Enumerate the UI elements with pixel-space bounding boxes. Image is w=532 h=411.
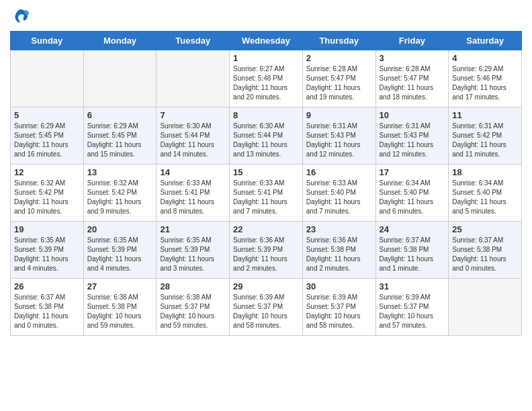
calendar-cell: 4Sunrise: 6:29 AM Sunset: 5:46 PM Daylig… bbox=[449, 50, 522, 107]
day-info: Sunrise: 6:37 AM Sunset: 5:38 PM Dayligh… bbox=[452, 236, 518, 273]
day-number: 8 bbox=[233, 110, 299, 120]
day-info: Sunrise: 6:36 AM Sunset: 5:38 PM Dayligh… bbox=[306, 236, 372, 273]
day-info: Sunrise: 6:28 AM Sunset: 5:47 PM Dayligh… bbox=[380, 64, 445, 102]
calendar-cell: 25Sunrise: 6:37 AM Sunset: 5:38 PM Dayli… bbox=[449, 222, 522, 279]
day-info: Sunrise: 6:31 AM Sunset: 5:43 PM Dayligh… bbox=[306, 122, 372, 159]
calendar-cell: 28Sunrise: 6:38 AM Sunset: 5:37 PM Dayli… bbox=[157, 279, 230, 336]
day-info: Sunrise: 6:28 AM Sunset: 5:47 PM Dayligh… bbox=[306, 64, 372, 102]
day-info: Sunrise: 6:39 AM Sunset: 5:37 PM Dayligh… bbox=[233, 293, 299, 330]
day-number: 30 bbox=[306, 281, 372, 291]
day-number: 7 bbox=[160, 110, 226, 120]
day-info: Sunrise: 6:30 AM Sunset: 5:44 PM Dayligh… bbox=[233, 122, 299, 159]
calendar-cell bbox=[157, 50, 230, 107]
calendar-cell: 13Sunrise: 6:32 AM Sunset: 5:42 PM Dayli… bbox=[83, 165, 157, 222]
day-number: 9 bbox=[306, 110, 372, 120]
day-info: Sunrise: 6:33 AM Sunset: 5:41 PM Dayligh… bbox=[233, 179, 299, 216]
calendar-cell: 20Sunrise: 6:35 AM Sunset: 5:39 PM Dayli… bbox=[83, 222, 157, 279]
day-header-sunday: Sunday bbox=[11, 32, 84, 50]
day-number: 14 bbox=[160, 167, 226, 177]
day-info: Sunrise: 6:35 AM Sunset: 5:39 PM Dayligh… bbox=[160, 236, 226, 273]
calendar-cell bbox=[449, 279, 522, 336]
calendar-cell: 29Sunrise: 6:39 AM Sunset: 5:37 PM Dayli… bbox=[230, 279, 303, 336]
calendar-cell: 3Sunrise: 6:28 AM Sunset: 5:47 PM Daylig… bbox=[375, 50, 449, 107]
calendar-cell: 31Sunrise: 6:39 AM Sunset: 5:37 PM Dayli… bbox=[375, 279, 449, 336]
day-info: Sunrise: 6:29 AM Sunset: 5:45 PM Dayligh… bbox=[14, 122, 80, 159]
day-info: Sunrise: 6:37 AM Sunset: 5:38 PM Dayligh… bbox=[14, 293, 80, 330]
calendar-cell bbox=[83, 50, 157, 107]
day-header-tuesday: Tuesday bbox=[157, 32, 230, 50]
day-header-thursday: Thursday bbox=[302, 32, 375, 50]
day-info: Sunrise: 6:36 AM Sunset: 5:39 PM Dayligh… bbox=[233, 236, 299, 273]
calendar-cell: 2Sunrise: 6:28 AM Sunset: 5:47 PM Daylig… bbox=[302, 50, 375, 107]
logo-bird-icon bbox=[11, 7, 30, 26]
day-info: Sunrise: 6:32 AM Sunset: 5:42 PM Dayligh… bbox=[87, 179, 153, 216]
day-number: 21 bbox=[160, 224, 226, 234]
day-number: 25 bbox=[452, 224, 518, 234]
calendar-cell: 6Sunrise: 6:29 AM Sunset: 5:45 PM Daylig… bbox=[83, 107, 157, 165]
day-info: Sunrise: 6:39 AM Sunset: 5:37 PM Dayligh… bbox=[380, 293, 445, 330]
day-info: Sunrise: 6:33 AM Sunset: 5:41 PM Dayligh… bbox=[160, 179, 226, 216]
day-info: Sunrise: 6:34 AM Sunset: 5:40 PM Dayligh… bbox=[380, 179, 445, 216]
day-info: Sunrise: 6:32 AM Sunset: 5:42 PM Dayligh… bbox=[14, 179, 80, 216]
day-number: 20 bbox=[87, 224, 153, 234]
calendar-cell: 9Sunrise: 6:31 AM Sunset: 5:43 PM Daylig… bbox=[302, 107, 375, 165]
day-number: 11 bbox=[452, 110, 518, 120]
calendar-cell: 7Sunrise: 6:30 AM Sunset: 5:44 PM Daylig… bbox=[157, 107, 230, 165]
day-number: 12 bbox=[14, 167, 80, 177]
day-info: Sunrise: 6:39 AM Sunset: 5:37 PM Dayligh… bbox=[306, 293, 372, 330]
day-info: Sunrise: 6:27 AM Sunset: 5:48 PM Dayligh… bbox=[233, 64, 299, 102]
day-number: 28 bbox=[160, 281, 226, 291]
day-number: 22 bbox=[233, 224, 299, 234]
day-number: 10 bbox=[380, 110, 445, 120]
day-info: Sunrise: 6:29 AM Sunset: 5:45 PM Dayligh… bbox=[87, 122, 153, 159]
day-number: 23 bbox=[306, 224, 372, 234]
day-number: 13 bbox=[87, 167, 153, 177]
day-info: Sunrise: 6:34 AM Sunset: 5:40 PM Dayligh… bbox=[452, 179, 518, 216]
calendar-cell: 19Sunrise: 6:35 AM Sunset: 5:39 PM Dayli… bbox=[11, 222, 84, 279]
day-info: Sunrise: 6:31 AM Sunset: 5:42 PM Dayligh… bbox=[452, 122, 518, 159]
day-info: Sunrise: 6:35 AM Sunset: 5:39 PM Dayligh… bbox=[87, 236, 153, 273]
day-number: 29 bbox=[233, 281, 299, 291]
calendar-cell: 26Sunrise: 6:37 AM Sunset: 5:38 PM Dayli… bbox=[11, 279, 84, 336]
calendar-cell: 10Sunrise: 6:31 AM Sunset: 5:43 PM Dayli… bbox=[375, 107, 449, 165]
page-header bbox=[10, 7, 522, 26]
day-info: Sunrise: 6:29 AM Sunset: 5:46 PM Dayligh… bbox=[452, 64, 518, 102]
calendar-cell: 14Sunrise: 6:33 AM Sunset: 5:41 PM Dayli… bbox=[157, 165, 230, 222]
calendar-cell: 23Sunrise: 6:36 AM Sunset: 5:38 PM Dayli… bbox=[302, 222, 375, 279]
calendar-cell: 30Sunrise: 6:39 AM Sunset: 5:37 PM Dayli… bbox=[302, 279, 375, 336]
day-number: 24 bbox=[380, 224, 445, 234]
day-number: 26 bbox=[14, 281, 80, 291]
calendar-cell: 21Sunrise: 6:35 AM Sunset: 5:39 PM Dayli… bbox=[157, 222, 230, 279]
day-header-saturday: Saturday bbox=[449, 32, 522, 50]
calendar-cell: 24Sunrise: 6:37 AM Sunset: 5:38 PM Dayli… bbox=[375, 222, 449, 279]
day-info: Sunrise: 6:33 AM Sunset: 5:40 PM Dayligh… bbox=[306, 179, 372, 216]
day-number: 3 bbox=[380, 53, 445, 63]
day-info: Sunrise: 6:35 AM Sunset: 5:39 PM Dayligh… bbox=[14, 236, 80, 273]
day-number: 17 bbox=[380, 167, 445, 177]
calendar-cell: 12Sunrise: 6:32 AM Sunset: 5:42 PM Dayli… bbox=[11, 165, 84, 222]
calendar-cell: 8Sunrise: 6:30 AM Sunset: 5:44 PM Daylig… bbox=[230, 107, 303, 165]
day-number: 1 bbox=[233, 53, 299, 63]
day-header-monday: Monday bbox=[83, 32, 157, 50]
calendar-cell: 18Sunrise: 6:34 AM Sunset: 5:40 PM Dayli… bbox=[449, 165, 522, 222]
day-info: Sunrise: 6:30 AM Sunset: 5:44 PM Dayligh… bbox=[160, 122, 226, 159]
day-number: 2 bbox=[306, 53, 372, 63]
day-info: Sunrise: 6:31 AM Sunset: 5:43 PM Dayligh… bbox=[380, 122, 445, 159]
day-number: 6 bbox=[87, 110, 153, 120]
calendar-cell bbox=[11, 50, 84, 107]
calendar-cell: 17Sunrise: 6:34 AM Sunset: 5:40 PM Dayli… bbox=[375, 165, 449, 222]
calendar-cell: 22Sunrise: 6:36 AM Sunset: 5:39 PM Dayli… bbox=[230, 222, 303, 279]
day-number: 4 bbox=[452, 53, 518, 63]
calendar-cell: 16Sunrise: 6:33 AM Sunset: 5:40 PM Dayli… bbox=[302, 165, 375, 222]
calendar-cell: 1Sunrise: 6:27 AM Sunset: 5:48 PM Daylig… bbox=[230, 50, 303, 107]
calendar-table: SundayMondayTuesdayWednesdayThursdayFrid… bbox=[10, 31, 522, 336]
calendar-cell: 11Sunrise: 6:31 AM Sunset: 5:42 PM Dayli… bbox=[449, 107, 522, 165]
day-number: 16 bbox=[306, 167, 372, 177]
day-number: 15 bbox=[233, 167, 299, 177]
day-number: 5 bbox=[14, 110, 80, 120]
day-number: 27 bbox=[87, 281, 153, 291]
day-info: Sunrise: 6:37 AM Sunset: 5:38 PM Dayligh… bbox=[380, 236, 445, 273]
day-number: 19 bbox=[14, 224, 80, 234]
calendar-cell: 15Sunrise: 6:33 AM Sunset: 5:41 PM Dayli… bbox=[230, 165, 303, 222]
day-info: Sunrise: 6:38 AM Sunset: 5:37 PM Dayligh… bbox=[160, 293, 226, 330]
